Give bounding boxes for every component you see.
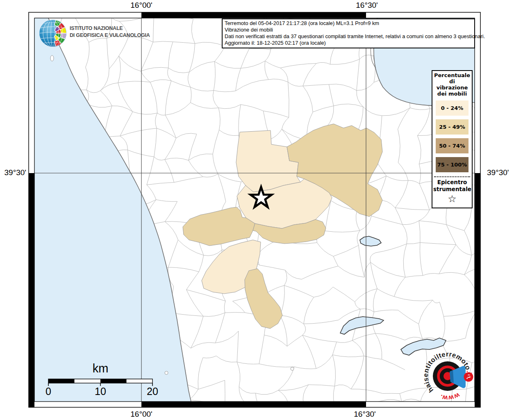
scale-tick-20: 20	[143, 386, 161, 397]
legend-title: Percentuale di vibrazione dei mobili	[433, 72, 471, 97]
legend-star-icon: ☆	[433, 194, 471, 204]
info-line-source: Dati non verificati estratti da 37 quest…	[225, 33, 472, 40]
map-canvas: ? haisentitoilterremoto.it www.	[0, 0, 514, 420]
ingv-text-line1: ISTITUTO NAZIONALE	[70, 25, 150, 32]
screenshot-root: ? haisentitoilterremoto.it www. 16°00' 1…	[0, 0, 514, 420]
lon-label-top-right: 16°30'	[348, 1, 385, 10]
legend-swatch: 0 - 24%	[436, 100, 469, 116]
municipal-border-line	[494, 231, 499, 240]
municipal-border-line	[421, 402, 451, 406]
frame-left-black	[29, 173, 34, 407]
legend-swatch: 75 - 100%	[436, 157, 469, 172]
municipal-border-line	[485, 269, 496, 285]
lon-label-top-left: 16°00'	[123, 1, 160, 10]
municipal-border-line	[486, 61, 489, 89]
ingv-text-line2: DI GEOFISICA E VULCANOLOGIA	[70, 32, 150, 39]
municipal-border-line	[494, 135, 497, 151]
municipal-border-line	[495, 106, 497, 135]
legend-swatch: 25 - 49%	[436, 119, 469, 135]
municipal-border-line	[96, 404, 123, 409]
info-line-effect: Vibrazione dei mobili	[225, 27, 472, 33]
municipal-border-line	[480, 106, 495, 114]
municipal-border-line	[485, 240, 494, 269]
legend-swatch: 50 - 74%	[436, 138, 469, 153]
lon-label-bottom-right: 16°30'	[346, 410, 383, 419]
municipal-border-line	[494, 151, 496, 183]
earthquake-info-box: Terremoto del 05-04-2017 21:17:28 (ora l…	[222, 18, 475, 48]
municipal-border-line	[464, 414, 491, 416]
frame-right-black	[475, 173, 480, 407]
municipal-border-line	[489, 381, 493, 415]
municipal-border-line	[487, 17, 493, 39]
scale-unit-label: km	[80, 362, 121, 375]
municipal-border-line	[25, 205, 28, 233]
legend-swatch-list: 0 - 24%25 - 49%50 - 74%75 - 100%	[433, 100, 471, 172]
lon-label-bottom-left: 16°00'	[123, 410, 160, 419]
scale-segment-1	[48, 379, 75, 383]
frame-bottom-black	[141, 402, 366, 407]
municipal-border-line	[62, 14, 73, 18]
info-line-event: Terremoto del 05-04-2017 21:17:28 (ora l…	[225, 20, 472, 27]
frame-top-black	[141, 12, 366, 18]
legend-epicenter-label: Epicentro strumentale	[433, 179, 471, 193]
municipal-border-line	[486, 89, 495, 106]
map-interior	[25, 9, 499, 416]
scale-tick-0: 0	[39, 386, 57, 397]
municipal-border-line	[83, 404, 96, 413]
municipal-border-line	[485, 344, 499, 359]
municipal-border-line	[451, 406, 464, 414]
ingv-logo-text: ISTITUTO NAZIONALE DI GEOFISICA E VULCAN…	[70, 25, 150, 39]
scale-segment-3	[100, 379, 127, 383]
ingv-globe-logo	[39, 20, 66, 47]
municipal-border-line	[488, 39, 493, 60]
lat-label-right: 39°30'	[487, 168, 514, 177]
municipal-border-line	[489, 359, 499, 381]
municipal-border-line	[491, 183, 495, 197]
lat-label-left: 39°30'	[0, 168, 26, 177]
info-line-updated: Aggiornato il: 18-12-2025 02:17 (ora loc…	[225, 40, 472, 46]
scale-tick-10: 10	[91, 386, 109, 397]
legend-panel: Percentuale di vibrazione dei mobili 0 -…	[432, 70, 473, 208]
municipal-border-line	[472, 149, 495, 152]
legend-divider	[434, 176, 470, 177]
